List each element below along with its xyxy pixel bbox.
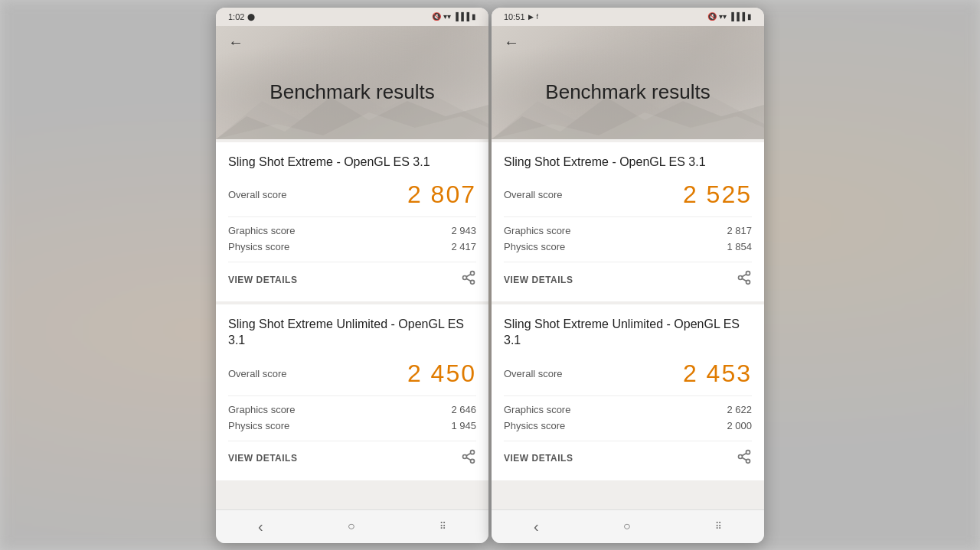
bottom-nav-left: ‹ ○ ⠿ <box>216 509 488 543</box>
view-details-right-1[interactable]: VIEW DETAILS <box>504 453 573 464</box>
status-time-left: 1:02 ⬤ <box>228 12 255 21</box>
share-icon-left-1[interactable] <box>461 449 476 468</box>
svg-point-21 <box>746 451 750 454</box>
status-icons-left: 🔇 ▾▾ ▐▐▐ ▮ <box>432 12 476 21</box>
time-right: 10:51 <box>504 12 525 21</box>
sub-value-right-0-1: 1 854 <box>727 241 752 252</box>
nav-home-right[interactable]: ○ <box>623 519 631 533</box>
sub-score-row-right-1-1: Physics score 2 000 <box>504 420 752 431</box>
sub-label-left-0-1: Physics score <box>228 241 289 252</box>
card-footer-right-0: VIEW DETAILS <box>504 262 752 289</box>
back-button-right[interactable]: ← <box>504 34 522 51</box>
sub-label-left-1-0: Graphics score <box>228 404 295 415</box>
card-footer-left-1: VIEW DETAILS <box>228 441 476 468</box>
bench-card-right-0: Sling Shot Extreme - OpenGL ES 3.1 Overa… <box>492 142 764 302</box>
sub-scores-right-1: Graphics score 2 622 Physics score 2 000 <box>504 395 752 431</box>
phone-right: 10:51 ▶ f 🔇 ▾▾ ▐▐▐ ▮ ← Benchmark results <box>492 8 764 543</box>
sub-value-right-1-0: 2 622 <box>727 404 752 415</box>
mute-icon-right: 🔇 <box>707 12 717 21</box>
svg-line-6 <box>466 279 471 282</box>
sub-score-row-right-0-1: Physics score 1 854 <box>504 241 752 252</box>
sub-label-left-0-0: Graphics score <box>228 225 295 236</box>
back-button-left[interactable]: ← <box>228 34 247 51</box>
sub-score-row-right-1-0: Graphics score 2 622 <box>504 404 752 415</box>
content-right: Sling Shot Extreme - OpenGL ES 3.1 Overa… <box>492 139 764 509</box>
svg-line-19 <box>742 279 746 282</box>
sub-scores-left-1: Graphics score 2 646 Physics score 1 945 <box>228 395 476 431</box>
sub-value-right-0-0: 2 817 <box>727 225 752 236</box>
svg-line-11 <box>466 457 471 460</box>
svg-point-9 <box>463 454 467 458</box>
svg-point-10 <box>471 459 475 463</box>
content-left: Sling Shot Extreme - OpenGL ES 3.1 Overa… <box>216 139 488 509</box>
overall-label-right-1: Overall score <box>504 368 563 379</box>
share-icon-right-1[interactable] <box>737 449 752 468</box>
bench-title-left-1: Sling Shot Extreme Unlimited - OpenGL ES… <box>228 317 476 349</box>
mute-icon-left: 🔇 <box>432 12 441 21</box>
battery-icon-right: ▮ <box>747 12 752 21</box>
header-title-left: Benchmark results <box>228 57 476 127</box>
overall-score-row-left-0: Overall score 2 807 <box>228 181 476 209</box>
share-icon-right-0[interactable] <box>737 270 752 289</box>
view-details-left-0[interactable]: VIEW DETAILS <box>228 275 297 285</box>
svg-point-16 <box>746 272 750 275</box>
view-details-right-0[interactable]: VIEW DETAILS <box>504 275 573 285</box>
status-fb-right: f <box>537 13 539 21</box>
phones-container: 1:02 ⬤ 🔇 ▾▾ ▐▐▐ ▮ ← Benchmark results <box>216 8 764 543</box>
sub-value-left-1-0: 2 646 <box>451 404 476 415</box>
overall-score-row-right-0: Overall score 2 525 <box>504 181 752 209</box>
overall-value-right-1: 2 453 <box>683 360 752 388</box>
nav-recents-left[interactable]: ⠿ <box>439 521 446 532</box>
card-footer-left-0: VIEW DETAILS <box>228 262 476 289</box>
sub-label-right-1-1: Physics score <box>504 420 565 431</box>
sub-label-right-0-0: Graphics score <box>504 225 570 236</box>
svg-point-23 <box>746 459 750 463</box>
svg-point-18 <box>746 281 750 285</box>
nav-back-left[interactable]: ‹ <box>258 518 263 535</box>
sub-value-right-1-1: 2 000 <box>727 420 752 431</box>
sub-score-row-left-1-1: Physics score 1 945 <box>228 420 476 431</box>
bench-title-left-0: Sling Shot Extreme - OpenGL ES 3.1 <box>228 155 476 171</box>
sub-score-row-left-1-0: Graphics score 2 646 <box>228 404 476 415</box>
status-yt-right: ▶ <box>528 13 534 21</box>
svg-line-12 <box>466 453 471 455</box>
nav-back-right[interactable]: ‹ <box>534 518 539 535</box>
svg-line-20 <box>742 275 746 277</box>
sub-label-right-0-1: Physics score <box>504 241 565 252</box>
header-title-right: Benchmark results <box>504 57 752 127</box>
time-left: 1:02 <box>228 12 244 21</box>
bench-card-left-0: Sling Shot Extreme - OpenGL ES 3.1 Overa… <box>216 142 488 302</box>
overall-value-left-0: 2 807 <box>407 181 476 209</box>
svg-point-17 <box>739 276 743 280</box>
phone-left: 1:02 ⬤ 🔇 ▾▾ ▐▐▐ ▮ ← Benchmark results <box>216 8 488 543</box>
svg-point-4 <box>463 276 467 280</box>
nav-recents-right[interactable]: ⠿ <box>715 521 722 532</box>
signal-icon-left: ▐▐▐ <box>453 12 469 21</box>
sub-score-row-left-0-1: Physics score 2 417 <box>228 241 476 252</box>
overall-label-left-1: Overall score <box>228 368 287 379</box>
overall-value-left-1: 2 450 <box>407 360 476 388</box>
svg-line-7 <box>466 275 471 277</box>
status-dot-left: ⬤ <box>247 13 255 21</box>
overall-value-right-0: 2 525 <box>683 181 752 209</box>
card-footer-right-1: VIEW DETAILS <box>504 441 752 468</box>
sub-scores-left-0: Graphics score 2 943 Physics score 2 417 <box>228 216 476 252</box>
overall-score-row-left-1: Overall score 2 450 <box>228 360 476 388</box>
view-details-left-1[interactable]: VIEW DETAILS <box>228 453 297 464</box>
nav-home-left[interactable]: ○ <box>348 519 355 533</box>
wifi-icon-left: ▾▾ <box>443 12 451 21</box>
sub-label-right-1-0: Graphics score <box>504 404 570 415</box>
sub-value-left-0-1: 2 417 <box>451 241 476 252</box>
battery-icon-left: ▮ <box>472 12 476 21</box>
status-bar-right: 10:51 ▶ f 🔇 ▾▾ ▐▐▐ ▮ <box>492 8 764 26</box>
status-bar-left: 1:02 ⬤ 🔇 ▾▾ ▐▐▐ ▮ <box>216 8 488 26</box>
signal-icon-right: ▐▐▐ <box>729 12 745 21</box>
svg-line-24 <box>742 457 746 460</box>
overall-label-right-0: Overall score <box>504 189 563 200</box>
share-icon-left-0[interactable] <box>461 270 476 289</box>
bench-title-right-0: Sling Shot Extreme - OpenGL ES 3.1 <box>504 155 752 171</box>
svg-point-22 <box>739 454 743 458</box>
wifi-icon-right: ▾▾ <box>719 12 727 21</box>
status-time-right: 10:51 ▶ f <box>504 12 538 21</box>
sub-score-row-right-0-0: Graphics score 2 817 <box>504 225 752 236</box>
